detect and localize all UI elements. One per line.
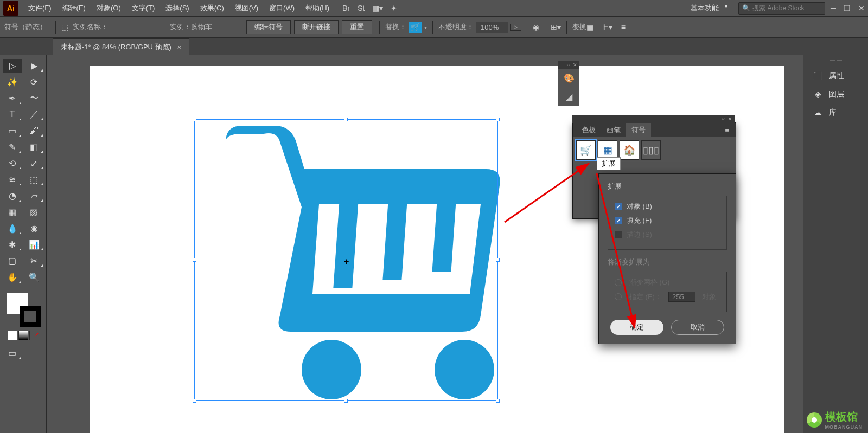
panel-icon-2[interactable]: ⊫▾ bbox=[602, 23, 612, 31]
window-restore-icon[interactable]: ❐ bbox=[844, 4, 851, 12]
opacity-field[interactable]: 100% bbox=[476, 22, 508, 33]
dialog-group-expand-label: 扩展 bbox=[608, 182, 727, 191]
libraries-panel-button[interactable]: ☁库 bbox=[806, 104, 866, 121]
menu-file[interactable]: 文件(F) bbox=[23, 3, 57, 13]
workspace-switcher[interactable]: 基本功能 bbox=[684, 2, 730, 14]
panel-drag-handle[interactable] bbox=[825, 60, 847, 64]
color-panel-icon[interactable]: 🎨 bbox=[558, 69, 580, 87]
panel-menu-icon[interactable]: ≡ bbox=[722, 126, 732, 134]
checkbox-fill[interactable]: ✔ bbox=[615, 217, 622, 224]
gradient-tool[interactable]: ▨ bbox=[24, 205, 44, 219]
instance-label: 实例：购物车 bbox=[170, 22, 212, 32]
line-tool[interactable]: ／ bbox=[24, 107, 44, 121]
break-link-button[interactable]: 断开链接 bbox=[294, 20, 339, 34]
layers-panel-button[interactable]: ◈图层 bbox=[806, 86, 866, 103]
type-tool[interactable]: T bbox=[3, 107, 22, 121]
stroke-swatch[interactable] bbox=[20, 306, 41, 327]
menu-effect[interactable]: 效果(C) bbox=[195, 3, 229, 13]
lasso-tool[interactable]: ⟳ bbox=[24, 75, 44, 89]
symbol-thumb-home[interactable]: 🏠 bbox=[620, 140, 639, 160]
fill-stroke-swatch[interactable] bbox=[4, 290, 42, 328]
paintbrush-tool[interactable]: 🖌 bbox=[24, 124, 44, 138]
replace-symbol-icon[interactable]: 🛒 bbox=[409, 22, 422, 33]
bridge-icon[interactable]: Br bbox=[342, 4, 350, 12]
stock-icon[interactable]: St bbox=[358, 4, 365, 12]
magic-wand-tool[interactable]: ✨ bbox=[3, 75, 22, 89]
menu-view[interactable]: 视图(V) bbox=[229, 3, 264, 13]
tab-swatches[interactable]: 色板 bbox=[576, 123, 601, 137]
dock-close-icon[interactable]: ✕ bbox=[573, 62, 577, 68]
symbol-sprayer-tool[interactable]: ✱ bbox=[3, 237, 22, 251]
document-tab[interactable]: 未标题-1* @ 84% (RGB/GPU 预览) ✕ bbox=[53, 38, 189, 55]
window-minimize-icon[interactable]: ─ bbox=[831, 4, 836, 12]
pen-tool[interactable]: ✒ bbox=[3, 91, 22, 105]
eyedropper-tool[interactable]: 💧 bbox=[3, 221, 22, 235]
symbol-instance-icon[interactable]: ⬚ bbox=[61, 23, 68, 31]
checkbox-object[interactable]: ✔ bbox=[615, 203, 622, 210]
menu-object[interactable]: 对象(O) bbox=[91, 3, 126, 13]
scale-tool[interactable]: ⤢ bbox=[24, 156, 44, 170]
artboard-tool[interactable]: ▢ bbox=[3, 254, 22, 268]
cancel-button[interactable]: 取消 bbox=[671, 320, 724, 335]
free-transform-tool[interactable]: ⬚ bbox=[24, 172, 44, 186]
tab-close-icon[interactable]: ✕ bbox=[177, 44, 182, 51]
column-graph-tool[interactable]: 📊 bbox=[24, 237, 44, 251]
shape-builder-tool[interactable]: ◔ bbox=[3, 189, 22, 203]
arrange-icon[interactable]: ▦▾ bbox=[372, 4, 383, 12]
instance-name-input[interactable] bbox=[108, 23, 162, 31]
panel-icon-3[interactable]: ≡ bbox=[621, 23, 626, 31]
zoom-tool[interactable]: 🔍 bbox=[24, 270, 44, 284]
menu-edit[interactable]: 编辑(E) bbox=[57, 3, 91, 13]
window-close-icon[interactable]: ✕ bbox=[858, 4, 865, 12]
edit-symbol-button[interactable]: 编辑符号 bbox=[246, 20, 291, 34]
gpu-icon[interactable]: ✦ bbox=[391, 4, 397, 12]
symbol-thumb-cart[interactable]: 🛒 bbox=[576, 140, 596, 160]
symbol-thumb-books[interactable]: ▯▯▯ bbox=[641, 140, 661, 160]
panel-close-icon[interactable]: ✕ bbox=[728, 117, 732, 122]
right-panel-strip: ⬛属性 ◈图层 ☁库 bbox=[803, 55, 868, 433]
mesh-tool[interactable]: ▦ bbox=[3, 205, 22, 219]
checkbox-fill-row[interactable]: ✔填充 (F) bbox=[615, 216, 720, 225]
style-icon[interactable]: ◉ bbox=[533, 23, 539, 31]
none-mode-icon[interactable]: ⟋ bbox=[29, 331, 39, 340]
slice-tool[interactable]: ✂ bbox=[24, 254, 44, 268]
dock-collapse-icon[interactable]: ›› bbox=[566, 62, 570, 68]
search-icon: 🔍 bbox=[742, 4, 750, 12]
align-icon[interactable]: ⊞▾ bbox=[551, 23, 561, 31]
screen-mode-tool[interactable]: ▭ bbox=[3, 346, 22, 360]
app-logo-icon: Ai bbox=[3, 1, 18, 16]
tab-symbols[interactable]: 符号 bbox=[626, 123, 651, 137]
panel-collapse-icon[interactable]: ‹‹ bbox=[722, 117, 725, 122]
rectangle-tool[interactable]: ▭ bbox=[3, 124, 22, 138]
width-tool[interactable]: ≋ bbox=[3, 172, 22, 186]
rotate-tool[interactable]: ⟲ bbox=[3, 156, 22, 170]
curvature-tool[interactable]: 〜 bbox=[24, 91, 44, 105]
blend-tool[interactable]: ◉ bbox=[24, 221, 44, 235]
panel-icon-1[interactable]: ▦ bbox=[586, 23, 593, 31]
reset-button[interactable]: 重置 bbox=[342, 20, 372, 34]
tools-panel: ▷▶ ✨⟳ ✒〜 T／ ▭🖌 ✎◧ ⟲⤢ ≋⬚ ◔▱ ▦▨ 💧◉ ✱📊 ▢✂ ✋… bbox=[0, 55, 47, 433]
stock-search[interactable]: 🔍搜索 Adobe Stock bbox=[738, 2, 825, 15]
mini-dock[interactable]: ››✕ 🎨 ◢ bbox=[558, 61, 579, 106]
checkbox-object-row[interactable]: ✔对象 (B) bbox=[615, 202, 720, 211]
tab-brushes[interactable]: 画笔 bbox=[601, 123, 626, 137]
transform-label[interactable]: 变换 bbox=[572, 22, 586, 32]
gradient-mode-icon[interactable] bbox=[18, 331, 28, 340]
ok-button[interactable]: 确定 bbox=[610, 320, 663, 335]
color-guide-panel-icon[interactable]: ◢ bbox=[558, 87, 580, 106]
radio-mesh bbox=[615, 279, 622, 286]
menu-window[interactable]: 窗口(W) bbox=[264, 3, 300, 13]
menu-help[interactable]: 帮助(H) bbox=[300, 3, 335, 13]
direct-selection-tool[interactable]: ▶ bbox=[24, 59, 44, 73]
color-mode-icon[interactable] bbox=[8, 331, 17, 340]
libraries-icon: ☁ bbox=[813, 108, 824, 118]
perspective-tool[interactable]: ▱ bbox=[24, 189, 44, 203]
menu-select[interactable]: 选择(S) bbox=[160, 3, 194, 13]
eraser-tool[interactable]: ◧ bbox=[24, 140, 44, 154]
hand-tool[interactable]: ✋ bbox=[3, 270, 22, 284]
selection-tool[interactable]: ▷ bbox=[3, 59, 22, 73]
shaper-tool[interactable]: ✎ bbox=[3, 140, 22, 154]
properties-panel-button[interactable]: ⬛属性 bbox=[806, 67, 866, 85]
menu-type[interactable]: 文字(T) bbox=[126, 3, 161, 13]
control-bar: 符号（静态） ⬚ 实例名称： 实例：购物车 编辑符号 断开链接 重置 替换： 🛒… bbox=[0, 16, 868, 38]
